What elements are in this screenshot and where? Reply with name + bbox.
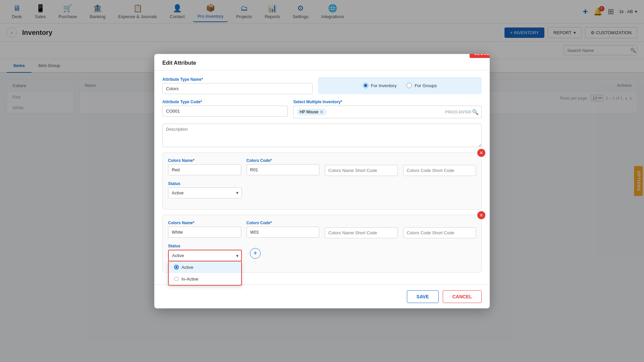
red-status-select-wrap: Active In-Active ▾ xyxy=(168,187,242,198)
select-inventory-wrap[interactable]: HP Mouse ✕ PRESS ENTER 🔍 xyxy=(293,106,482,118)
red-colors-code-group: Colors Code* xyxy=(247,158,320,176)
save-button[interactable]: SAVE xyxy=(407,290,439,303)
inventory-search-icon[interactable]: 🔍 xyxy=(472,109,479,115)
dropdown-active-radio-icon xyxy=(174,265,179,269)
white-status-value: Active xyxy=(172,253,184,258)
attr-type-name-group: Attribute Type Name* xyxy=(162,77,313,94)
red-colors-code-short-group xyxy=(403,158,476,176)
modal-body: Attribute Type Name* For Inventory For G… xyxy=(154,70,490,285)
attr-card-white-row2: Status Active ▾ xyxy=(168,244,476,261)
white-status-dropdown-display[interactable]: Active ▾ xyxy=(168,250,242,261)
white-colors-name-short-group xyxy=(325,221,398,238)
red-status-label: Status xyxy=(168,181,242,186)
attr-card-white-row1: Colors Name* Colors Code* xyxy=(168,221,476,238)
dropdown-active-radio-dot xyxy=(175,266,177,268)
white-status-chevron-icon: ▾ xyxy=(236,253,238,258)
red-status-group: Status Active In-Active ▾ xyxy=(168,181,242,198)
tag-close-button[interactable]: ✕ xyxy=(320,109,324,115)
press-enter-label: PRESS ENTER xyxy=(445,110,471,114)
form-row-1: Attribute Type Name* For Inventory For G… xyxy=(162,77,482,94)
white-status-dropdown-wrap: Active ▾ Active xyxy=(168,250,242,261)
inventory-tag-hp-mouse: HP Mouse ✕ xyxy=(297,109,326,115)
red-colors-code-label: Colors Code* xyxy=(247,158,320,163)
form-row-2: Attribute Type Code* Select Multiple Inv… xyxy=(162,100,482,118)
white-colors-code-short-group xyxy=(403,221,476,238)
white-colors-code-group: Colors Code* xyxy=(247,221,320,238)
dropdown-active-label: Active xyxy=(181,265,193,270)
dropdown-inactive-radio-icon xyxy=(174,277,179,281)
red-colors-name-group: Colors Name* xyxy=(168,158,241,176)
white-colors-code-input[interactable] xyxy=(247,227,320,238)
attr-type-code-input[interactable] xyxy=(162,106,288,117)
white-colors-code-label: Colors Code* xyxy=(247,221,320,225)
cancel-button[interactable]: CANCEL xyxy=(443,290,482,303)
red-colors-code-short-input[interactable] xyxy=(403,165,476,176)
red-colors-name-label: Colors Name* xyxy=(168,158,241,163)
radio-groups-label: For Groups xyxy=(415,83,437,88)
dropdown-item-inactive[interactable]: In-Active xyxy=(169,273,241,285)
modal-close-button[interactable]: CLOSE xyxy=(470,54,490,58)
modal-header: Edit Attribute xyxy=(154,54,490,70)
dropdown-item-active[interactable]: Active xyxy=(169,261,241,273)
red-colors-code-input[interactable] xyxy=(247,164,320,175)
add-attr-wrap: + xyxy=(250,244,261,261)
white-colors-code-short-input[interactable] xyxy=(403,227,476,238)
white-status-dropdown-list: Active In-Active xyxy=(168,261,242,286)
attr-card-white: ✕ Colors Name* Colors Code* xyxy=(162,215,482,273)
attr-type-name-input[interactable] xyxy=(162,83,313,94)
attr-card-red-remove[interactable]: ✕ xyxy=(477,149,485,157)
add-attr-button[interactable]: + xyxy=(250,248,261,259)
select-inventory-label: Select Multiple Inventory* xyxy=(293,100,482,104)
attr-type-name-label: Attribute Type Name* xyxy=(162,77,313,82)
white-colors-name-label: Colors Name* xyxy=(168,221,241,225)
attr-card-red-row1: Colors Name* Colors Code* xyxy=(168,158,476,176)
modal-overlay: CLOSE Edit Attribute Attribute Type Name… xyxy=(0,0,644,362)
select-inventory-group: Select Multiple Inventory* HP Mouse ✕ PR… xyxy=(293,100,482,118)
white-colors-name-input[interactable] xyxy=(168,227,241,238)
attr-type-code-group: Attribute Type Code* xyxy=(162,100,288,118)
white-status-group: Status Active ▾ xyxy=(168,244,242,261)
dropdown-inactive-label: In-Active xyxy=(181,277,199,282)
form-row-3 xyxy=(162,124,482,147)
radio-inventory-label: For Inventory xyxy=(371,83,397,88)
white-status-label: Status xyxy=(168,244,242,248)
description-group xyxy=(162,124,482,147)
radio-inventory-input[interactable] xyxy=(363,83,368,88)
red-colors-name-short-input[interactable] xyxy=(325,165,398,176)
red-status-select[interactable]: Active In-Active xyxy=(168,187,242,198)
radio-for-groups[interactable]: For Groups xyxy=(407,83,437,88)
white-colors-name-group: Colors Name* xyxy=(168,221,241,238)
modal-footer: SAVE CANCEL xyxy=(154,285,490,308)
radio-group: For Inventory For Groups xyxy=(318,77,482,94)
attr-card-red: ✕ Colors Name* Colors Code* xyxy=(162,153,482,209)
radio-groups-input[interactable] xyxy=(407,83,412,88)
radio-for-inventory[interactable]: For Inventory xyxy=(363,83,397,88)
red-colors-name-short-group xyxy=(325,158,398,176)
white-colors-name-short-input[interactable] xyxy=(325,227,398,238)
edit-attribute-modal: CLOSE Edit Attribute Attribute Type Name… xyxy=(154,54,490,308)
attr-card-white-remove[interactable]: ✕ xyxy=(477,211,485,219)
attr-card-red-row2: Status Active In-Active ▾ xyxy=(168,181,476,198)
attr-type-code-label: Attribute Type Code* xyxy=(162,100,288,104)
description-textarea[interactable] xyxy=(162,124,482,147)
red-colors-name-input[interactable] xyxy=(168,164,241,175)
